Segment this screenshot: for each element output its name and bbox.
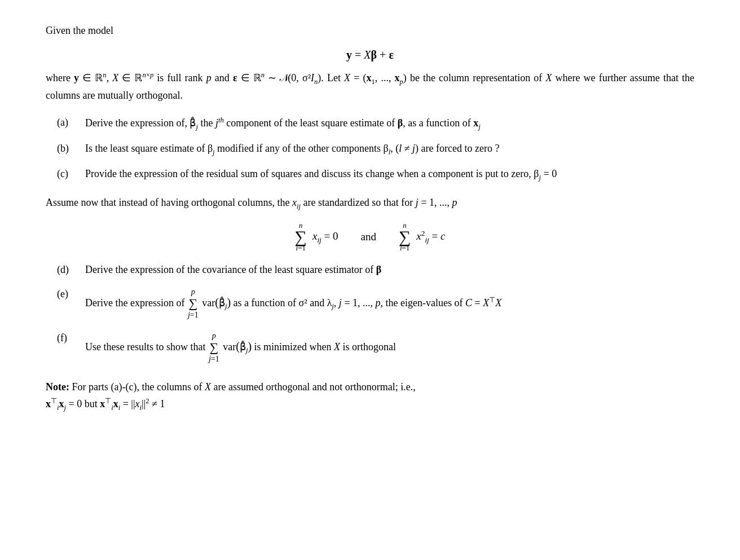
part-f-item: (f) Use these results to show that p ∑ j… <box>57 330 694 365</box>
sigma1-wrapper: n ∑ i=1 <box>295 222 307 252</box>
sigma2-wrapper: n ∑ i=1 <box>399 222 411 252</box>
sum-equations-block: n ∑ i=1 xij = 0 and n ∑ i=1 x2ij = c <box>46 222 694 252</box>
parts-list-def: (d) Derive the expression of the covaria… <box>57 262 694 365</box>
part-b-label: (b) <box>57 140 85 158</box>
main-equation: y = Xβ + ε <box>46 46 694 64</box>
parts-list-abc: (a) Derive the expression of, β̂j the jt… <box>57 114 694 183</box>
sum2-expression: n ∑ i=1 x2ij = c <box>399 222 446 252</box>
part-c-label: (c) <box>57 166 85 183</box>
part-b-item: (b) Is the least square estimate of βj m… <box>57 140 694 158</box>
sigma2-symbol: ∑ <box>399 229 411 244</box>
part-a-content: Derive the expression of, β̂j the jth co… <box>85 114 694 133</box>
part-a-label: (a) <box>57 114 85 133</box>
note-section: Note: For parts (a)-(c), the columns of … <box>46 379 694 413</box>
part-e-content: Derive the expression of p ∑ j=1 var(β̂j… <box>85 286 694 321</box>
sigma1-symbol: ∑ <box>295 229 307 244</box>
sum1-body: xij = 0 <box>312 228 338 246</box>
part-d-content: Derive the expression of the covariance … <box>85 262 694 278</box>
and-connector: and <box>360 228 376 245</box>
part-a-item: (a) Derive the expression of, β̂j the jt… <box>57 114 694 133</box>
part-e-label: (e) <box>57 286 85 321</box>
part-e-item: (e) Derive the expression of p ∑ j=1 var… <box>57 286 694 321</box>
sigma1-bottom: i=1 <box>296 244 306 252</box>
intro-text: Given the model <box>46 23 694 39</box>
sum2-body: x2ij = c <box>416 227 445 246</box>
model-description: where y ∈ ℝn, X ∈ ℝn×p is full rank p an… <box>46 69 694 104</box>
part-c-item: (c) Provide the expression of the residu… <box>57 166 694 183</box>
part-d-item: (d) Derive the expression of the covaria… <box>57 262 694 278</box>
sigma2-bottom: i=1 <box>400 244 409 252</box>
standardized-intro: Assume now that instead of having orthog… <box>46 195 694 212</box>
part-f-label: (f) <box>57 330 85 365</box>
main-content: Given the model y = Xβ + ε where y ∈ ℝn,… <box>46 23 694 413</box>
part-d-label: (d) <box>57 262 85 278</box>
note-text: Note: For parts (a)-(c), the columns of … <box>46 379 694 413</box>
part-b-content: Is the least square estimate of βj modif… <box>85 140 694 158</box>
sum1-expression: n ∑ i=1 xij = 0 <box>295 222 338 252</box>
part-c-content: Provide the expression of the residual s… <box>85 166 694 183</box>
equation-text: y = Xβ + ε <box>346 48 394 61</box>
part-f-content: Use these results to show that p ∑ j=1 v… <box>85 330 694 365</box>
